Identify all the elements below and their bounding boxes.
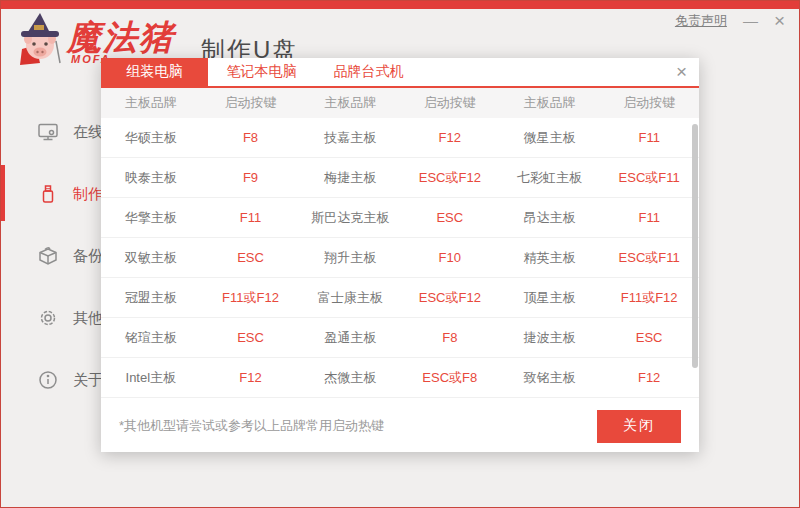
key-cell: F11或F12: [599, 289, 699, 307]
sidebar-item-label: 备份: [73, 247, 103, 266]
column-header: 启动按键: [201, 94, 301, 112]
key-cell: F8: [201, 130, 301, 145]
disclaimer-link[interactable]: 免责声明: [675, 12, 727, 30]
brand-cell: 冠盟主板: [101, 289, 201, 307]
column-header: 主板品牌: [500, 94, 600, 112]
column-header: 主板品牌: [300, 94, 400, 112]
key-cell: F11: [599, 210, 699, 225]
key-cell: ESC: [201, 250, 301, 265]
top-accent-strip: [1, 1, 799, 9]
key-cell: ESC: [400, 210, 500, 225]
key-cell: ESC或F8: [400, 369, 500, 387]
usb-drive-icon: [37, 183, 59, 205]
column-header: 启动按键: [400, 94, 500, 112]
brand-cell: 翔升主板: [300, 249, 400, 267]
table-row: 铭瑄主板 ESC 盈通主板 F8 捷波主板 ESC: [101, 318, 699, 358]
key-cell: F12: [201, 370, 301, 385]
app-window: 魔法猪 MOFA 制作U盘 免责声明 — × 在线 制: [0, 0, 800, 508]
tab-assembled-pc[interactable]: 组装电脑: [101, 58, 208, 86]
key-cell: F11: [201, 210, 301, 225]
key-cell: F12: [599, 370, 699, 385]
key-cell: F11或F12: [201, 289, 301, 307]
column-header: 启动按键: [599, 94, 699, 112]
table-row: 映泰主板 F9 梅捷主板 ESC或F12 七彩虹主板 ESC或F11: [101, 158, 699, 198]
gear-icon: [37, 307, 59, 329]
sidebar-item-online[interactable]: 在线: [1, 101, 101, 163]
key-cell: ESC或F12: [400, 169, 500, 187]
brand-cell: 斯巴达克主板: [300, 209, 400, 227]
dialog-close-icon[interactable]: ×: [676, 62, 687, 81]
brand-cell: 映泰主板: [101, 169, 201, 187]
sidebar-item-label: 关于: [73, 371, 103, 390]
brand-cell: 七彩虹主板: [500, 169, 600, 187]
brand-cell: 精英主板: [500, 249, 600, 267]
brand-cell: 微星主板: [500, 129, 600, 147]
column-header: 主板品牌: [101, 94, 201, 112]
window-controls: 免责声明 — ×: [675, 11, 785, 30]
key-cell: ESC: [599, 330, 699, 345]
brand-cell: 双敏主板: [101, 249, 201, 267]
table-row: 华擎主板 F11 斯巴达克主板 ESC 昂达主板 F11: [101, 198, 699, 238]
monitor-icon: [37, 121, 59, 143]
sidebar-item-backup[interactable]: 备份: [1, 225, 101, 287]
brand-cell: 盈通主板: [300, 329, 400, 347]
table-row: 双敏主板 ESC 翔升主板 F10 精英主板 ESC或F11: [101, 238, 699, 278]
minimize-button[interactable]: —: [743, 13, 758, 28]
sidebar-item-label: 制作: [73, 185, 103, 204]
key-cell: ESC或F11: [599, 169, 699, 187]
brand-cell: 华擎主板: [101, 209, 201, 227]
brand-cell: Intel主板: [101, 369, 201, 387]
key-cell: F11: [599, 130, 699, 145]
brand-cell: 梅捷主板: [300, 169, 400, 187]
brand-cell: 铭瑄主板: [101, 329, 201, 347]
key-cell: F10: [400, 250, 500, 265]
key-cell: F9: [201, 170, 301, 185]
tab-laptop[interactable]: 笔记本电脑: [208, 58, 315, 86]
sidebar-item-label: 在线: [73, 123, 103, 142]
sidebar-active-indicator: [1, 165, 5, 221]
close-dialog-button[interactable]: 关闭: [597, 410, 681, 443]
key-cell: ESC或F11: [599, 249, 699, 267]
table-row: 冠盟主板 F11或F12 富士康主板 ESC或F12 顶星主板 F11或F12: [101, 278, 699, 318]
scrollbar-thumb[interactable]: [692, 124, 698, 368]
brand-cell: 华硕主板: [101, 129, 201, 147]
brand-cell: 富士康主板: [300, 289, 400, 307]
info-icon: [37, 369, 59, 391]
brand-cell: 致铭主板: [500, 369, 600, 387]
key-cell: ESC或F12: [400, 289, 500, 307]
table-row: Intel主板 F12 杰微主板 ESC或F8 致铭主板 F12: [101, 358, 699, 398]
sidebar: 在线 制作 备份 其他: [1, 91, 101, 508]
dialog-tabs: 组装电脑 笔记本电脑 品牌台式机 ×: [101, 58, 699, 88]
footnote-text: *其他机型请尝试或参考以上品牌常用启动热键: [119, 417, 384, 435]
sidebar-item-create-usb[interactable]: 制作: [1, 163, 101, 225]
sidebar-item-other[interactable]: 其他: [1, 287, 101, 349]
brand-cell: 顶星主板: [500, 289, 600, 307]
pig-wizard-mascot-icon: [14, 11, 66, 69]
backup-box-icon: [37, 245, 59, 267]
tab-brand-desktop[interactable]: 品牌台式机: [315, 58, 422, 86]
brand-cell: 昂达主板: [500, 209, 600, 227]
sidebar-item-label: 其他: [73, 309, 103, 328]
window-close-button[interactable]: ×: [774, 11, 785, 30]
table-row: 华硕主板 F8 技嘉主板 F12 微星主板 F11: [101, 118, 699, 158]
brand-cell: 技嘉主板: [300, 129, 400, 147]
key-cell: F8: [400, 330, 500, 345]
brand-cell: 捷波主板: [500, 329, 600, 347]
boot-key-dialog: 组装电脑 笔记本电脑 品牌台式机 × 主板品牌 启动按键 主板品牌 启动按键 主…: [101, 58, 699, 452]
table-header-row: 主板品牌 启动按键 主板品牌 启动按键 主板品牌 启动按键: [101, 88, 699, 118]
dialog-footer: *其他机型请尝试或参考以上品牌常用启动热键 关闭: [101, 400, 699, 452]
key-cell: ESC: [201, 330, 301, 345]
key-cell: F12: [400, 130, 500, 145]
brand-cell: 杰微主板: [300, 369, 400, 387]
sidebar-item-about[interactable]: 关于: [1, 349, 101, 411]
